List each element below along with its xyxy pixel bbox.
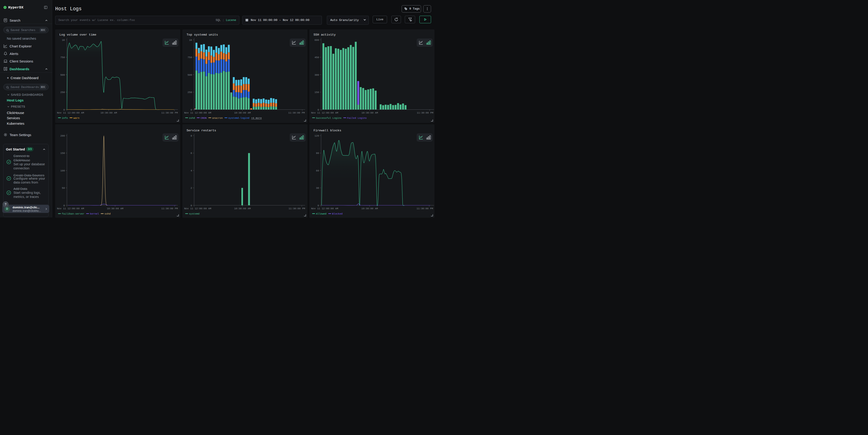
svg-text:250: 250 [188,91,192,94]
svg-text:Failed Logins: Failed Logins [347,117,367,120]
svg-text:450: 450 [315,56,319,59]
svg-text:11:30:00 PM: 11:30:00 PM [161,207,178,210]
svg-text:600: 600 [315,39,319,41]
svg-text:4: 4 [191,169,192,172]
svg-text:60: 60 [316,169,319,172]
svg-text:CRON: CRON [200,117,207,120]
svg-text:info: info [62,117,68,120]
svg-text:100: 100 [60,169,65,172]
svg-text:90: 90 [316,152,319,155]
svg-text:750: 750 [188,56,192,59]
svg-text:10:30:00 AM: 10:30:00 AM [234,207,251,210]
svg-text:Service restarts: Service restarts [187,129,216,132]
svg-text:systemd: systemd [189,213,199,215]
svg-text:11:30:00 PM: 11:30:00 PM [161,112,178,114]
svg-text:Nov 11 12:00:00 AM: Nov 11 12:00:00 AM [184,207,211,210]
svg-text:Nov 11 12:00:00 AM: Nov 11 12:00:00 AM [57,112,84,114]
svg-text:500: 500 [188,74,192,76]
svg-text:10:30:00 AM: 10:30:00 AM [362,112,378,114]
svg-text:0: 0 [317,108,319,111]
svg-text:11:30:00 PM: 11:30:00 PM [417,112,433,114]
svg-text:Top systemd units: Top systemd units [187,33,218,36]
svg-text:Successful Logins: Successful Logins [316,117,341,120]
svg-text:SSH activity: SSH activity [314,33,336,36]
svg-text:11:30:00 PM: 11:30:00 PM [288,112,305,114]
svg-text:500: 500 [60,74,65,76]
svg-text:sshd: sshd [189,117,195,120]
svg-text:10:30:00 AM: 10:30:00 AM [100,112,117,114]
svg-text:50: 50 [62,187,65,189]
svg-text:sshd: sshd [104,213,111,215]
svg-text:fail2ban-server: fail2ban-server [62,213,84,215]
svg-text:120: 120 [315,134,319,137]
svg-text:+4 more: +4 more [251,117,262,120]
svg-text:kernel: kernel [90,213,99,215]
svg-text:200: 200 [60,134,65,137]
svg-text:Firewall blocks: Firewall blocks [314,129,341,132]
svg-text:150: 150 [60,152,65,155]
svg-text:150: 150 [315,91,319,94]
svg-text:Log volume over time: Log volume over time [60,33,96,36]
svg-text:0: 0 [63,108,65,111]
svg-text:300: 300 [315,74,319,76]
svg-text:1K: 1K [62,39,65,41]
svg-text:0: 0 [191,204,192,207]
svg-text:Blocked: Blocked [332,213,343,215]
svg-text:warn: warn [73,117,79,120]
svg-text:11:30:00 PM: 11:30:00 PM [288,207,305,210]
svg-text:systemd-logind: systemd-logind [228,117,249,120]
svg-text:0: 0 [317,204,319,207]
svg-text:Nov 11 12:00:00 AM: Nov 11 12:00:00 AM [311,207,338,210]
svg-text:Allowed: Allowed [316,213,327,215]
svg-text:1K: 1K [189,39,192,41]
svg-text:0: 0 [63,204,65,207]
svg-text:6: 6 [191,152,192,155]
svg-text:11:30:00 PM: 11:30:00 PM [416,207,433,210]
svg-text:Nov 11 12:00:00 AM: Nov 11 12:00:00 AM [311,112,338,114]
svg-text:anacron: anacron [212,117,223,120]
svg-text:Nov 11 12:00:00 AM: Nov 11 12:00:00 AM [57,207,84,210]
svg-text:10:30:00 AM: 10:30:00 AM [107,207,124,210]
svg-text:30: 30 [316,187,319,189]
svg-text:Nov 11 12:00:00 AM: Nov 11 12:00:00 AM [184,112,211,114]
svg-text:250: 250 [60,91,65,94]
svg-text:10:30:00 AM: 10:30:00 AM [361,207,378,210]
svg-text:10:30:00 AM: 10:30:00 AM [234,112,251,114]
svg-text:0: 0 [191,108,192,111]
svg-text:8: 8 [191,134,192,137]
svg-text:750: 750 [60,56,65,59]
svg-text:2: 2 [191,187,192,189]
